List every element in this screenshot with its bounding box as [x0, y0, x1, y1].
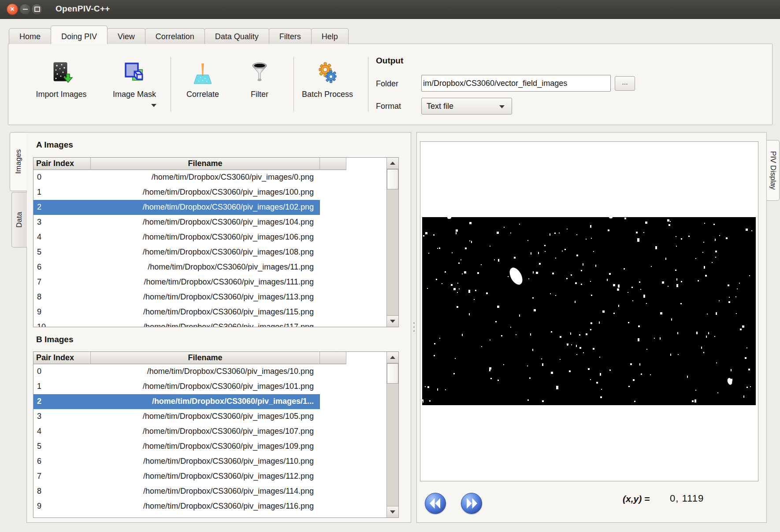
column-header-filename[interactable]: Filename [91, 352, 320, 364]
table-row[interactable]: 1/home/tim/Dropbox/CS3060/piv_images/100… [33, 185, 320, 200]
particle [427, 386, 429, 388]
particle [554, 233, 556, 234]
particle [746, 229, 748, 231]
table-row[interactable]: 3/home/tim/Dropbox/CS3060/piv_images/104… [33, 215, 320, 230]
pair-index-cell: 10 [33, 514, 91, 517]
particle [425, 232, 427, 234]
particle [638, 325, 640, 327]
panel-splitter[interactable] [412, 132, 416, 523]
batch-process-label: Batch Process [292, 90, 363, 99]
table-row[interactable]: 7/home/tim/Dropbox/CS3060/piv_images/112… [33, 469, 320, 484]
pair-index-cell: 6 [33, 260, 91, 275]
pair-index-cell: 4 [33, 230, 91, 245]
table-row[interactable]: 6/home/tim/Dropbox/CS3060/piv_images/110… [33, 454, 320, 469]
scroll-down-button[interactable] [387, 506, 398, 517]
table-row[interactable]: 1/home/tim/Dropbox/CS3060/piv_images/101… [33, 379, 320, 394]
particle [471, 241, 472, 243]
filename-cell: /home/tim/Dropbox/CS3060/piv_images/101.… [91, 379, 320, 394]
previous-image-button[interactable] [425, 493, 446, 514]
side-tab-images[interactable]: Images [10, 132, 27, 191]
browse-folder-button[interactable]: ... [615, 76, 635, 91]
table-row[interactable]: 0/home/tim/Dropbox/CS3060/piv_images/10.… [33, 364, 320, 379]
next-image-button[interactable] [461, 493, 482, 514]
table-row[interactable]: 9/home/tim/Dropbox/CS3060/piv_images/116… [33, 499, 320, 514]
particle [749, 275, 750, 276]
particle [542, 363, 543, 366]
vertical-scrollbar[interactable] [386, 158, 398, 327]
particle [462, 273, 463, 274]
tab-correlation[interactable]: Correlation [145, 28, 205, 44]
particle [586, 333, 587, 335]
column-header-filename[interactable]: Filename [91, 158, 320, 170]
image-mask-dropdown-icon[interactable] [151, 104, 156, 107]
table-row[interactable]: 8/home/tim/Dropbox/CS3060/piv_images/114… [33, 484, 320, 499]
particle [576, 354, 577, 355]
tab-home[interactable]: Home [9, 28, 51, 44]
particle [519, 314, 520, 317]
maximize-button[interactable] [31, 4, 43, 15]
filter-button[interactable]: Filter [224, 62, 295, 99]
particle [751, 230, 752, 231]
particle [707, 314, 708, 314]
particle [748, 369, 750, 370]
scrollbar-thumb[interactable] [387, 169, 398, 189]
particle [628, 386, 630, 387]
particle [527, 399, 529, 401]
vertical-scrollbar[interactable] [386, 352, 398, 517]
table-row[interactable]: 4/home/tim/Dropbox/CS3060/piv_images/107… [33, 424, 320, 439]
tab-help[interactable]: Help [311, 28, 349, 44]
particle [747, 347, 747, 348]
tab-doing-piv[interactable]: Doing PIV [51, 26, 108, 44]
side-tab-piv-display[interactable]: PIV Display [767, 140, 780, 201]
table-row[interactable]: 6/home/tim/Dropbox/CS3060/piv_images/11.… [33, 260, 320, 275]
particle [591, 322, 592, 324]
table-row[interactable]: 10/home/tim/Dropbox/CS3060/piv_images/11… [33, 514, 320, 517]
table-row[interactable]: 3/home/tim/Dropbox/CS3060/piv_images/105… [33, 409, 320, 424]
particle [462, 334, 463, 336]
table-row[interactable]: 2/home/tim/Dropbox/CS3060/piv_images/102… [33, 200, 320, 215]
table-row[interactable]: 5/home/tim/Dropbox/CS3060/piv_images/109… [33, 439, 320, 454]
tab-view[interactable]: View [107, 28, 145, 44]
tab-filters[interactable]: Filters [269, 28, 312, 44]
column-header-pair-index[interactable]: Pair Index [33, 158, 91, 170]
particle [716, 312, 717, 315]
minimize-button[interactable] [19, 4, 31, 15]
table-row[interactable]: 7/home/tim/Dropbox/CS3060/piv_images/111… [33, 275, 320, 290]
piv-canvas[interactable] [420, 141, 758, 481]
particle [469, 313, 470, 315]
scroll-up-button[interactable] [387, 158, 398, 169]
pair-index-cell: 10 [33, 320, 91, 327]
particle [600, 373, 601, 376]
close-button[interactable]: × [7, 4, 18, 15]
table-row[interactable]: 10/home/tim/Dropbox/CS3060/piv_images/11… [33, 320, 320, 327]
close-icon: × [10, 6, 14, 13]
table-row[interactable]: 8/home/tim/Dropbox/CS3060/piv_images/113… [33, 290, 320, 305]
image-mask-button[interactable]: Image Mask [99, 62, 170, 99]
b-images-table[interactable]: Pair IndexFilename0/home/tim/Dropbox/CS3… [33, 351, 399, 518]
column-header-pair-index[interactable]: Pair Index [33, 352, 91, 364]
piv-image[interactable] [422, 217, 756, 405]
scroll-down-button[interactable] [387, 315, 398, 327]
side-tab-data[interactable]: Data [11, 192, 27, 248]
table-row[interactable]: 9/home/tim/Dropbox/CS3060/piv_images/115… [33, 305, 320, 320]
particle [609, 369, 611, 371]
particle [434, 355, 435, 356]
table-row[interactable]: 0/home/tim/Dropbox/CS3060/piv_images/0.p… [33, 170, 320, 185]
tab-data-quality[interactable]: Data Quality [204, 28, 269, 44]
import-images-button[interactable]: Import Images [26, 62, 97, 99]
batch-process-button[interactable]: Batch Process [292, 62, 363, 99]
particle [503, 364, 504, 365]
particle [676, 236, 676, 237]
particle-blob [447, 217, 451, 219]
particle [579, 334, 580, 336]
particle [640, 289, 641, 290]
table-row[interactable]: 4/home/tim/Dropbox/CS3060/piv_images/106… [33, 230, 320, 245]
table-row[interactable]: 2/home/tim/Dropbox/CS3060/piv_images/1..… [33, 394, 320, 409]
a-images-table[interactable]: Pair IndexFilename0/home/tim/Dropbox/CS3… [33, 157, 399, 327]
table-row[interactable]: 5/home/tim/Dropbox/CS3060/piv_images/108… [33, 245, 320, 260]
output-folder-input[interactable] [421, 75, 611, 92]
format-select[interactable]: Text file [421, 98, 512, 115]
particle [436, 279, 437, 280]
scroll-up-button[interactable] [387, 352, 398, 363]
scrollbar-thumb[interactable] [387, 363, 398, 384]
